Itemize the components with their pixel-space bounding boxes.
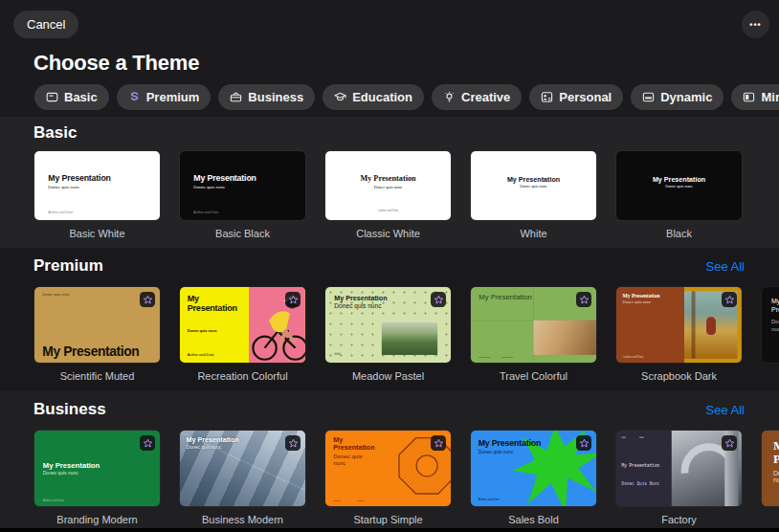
thumb-title: My Presentation: [616, 175, 742, 183]
portrait-card-icon: [541, 91, 553, 103]
premium-badge: [576, 435, 591, 451]
theme-thumbnail-business-modern[interactable]: My Presentation Donec quis nunc: [180, 431, 305, 506]
section-premium: Premium See All Donec quis nunc My Prese…: [0, 248, 779, 391]
filter-chip-label: Creative: [461, 90, 510, 104]
thumb-subtitle: Donec quis nunc: [623, 299, 684, 304]
thumb-title: My Presentation: [771, 297, 779, 315]
thumb-title: My Presentation: [471, 175, 596, 183]
theme-label: Scientific Muted: [34, 370, 160, 382]
theme-label: Classic White: [325, 228, 451, 239]
filter-chip-business[interactable]: Business: [218, 84, 315, 110]
theme-card-white: My Presentation Donec quis nunc White: [471, 151, 596, 239]
theme-card-branding-modern: My Presentation Donec quis nunc Author a…: [34, 431, 160, 525]
theme-thumbnail-recreation-colorful[interactable]: My Presentation Donec quis nunc Author a…: [180, 287, 305, 363]
premium-star-icon: [143, 295, 153, 305]
see-all-business-link[interactable]: See All: [706, 403, 745, 417]
tiny-text-mark: [501, 357, 513, 358]
thumb-title: My Presentation: [43, 461, 100, 470]
filter-chip-label: Business: [248, 90, 303, 104]
section-header: Basic: [0, 123, 779, 143]
filter-chip-dynamic[interactable]: Dynamic: [631, 84, 723, 110]
filter-chip-row: Basic Premium Business Education Creativ…: [34, 84, 779, 110]
graduation-cap-icon: [334, 91, 346, 103]
theme-card-partial: My Presentation Donec quis nunc: [762, 287, 779, 382]
premium-star-icon: [288, 295, 299, 305]
filter-chip-education[interactable]: Education: [323, 84, 424, 110]
thumb-subtitle: Donec quis nunc: [193, 185, 305, 189]
theme-thumbnail-factory[interactable]: My Presentation Donec Quis Nunc: [616, 431, 742, 506]
theme-thumbnail-meadow-pastel[interactable]: My Presentation Donec quis nunc: [325, 287, 451, 363]
theme-thumbnail-basic-white[interactable]: My Presentation Donec quis nunc Author a…: [34, 151, 160, 220]
thumb-subtitle: Donec quis nunc: [42, 293, 70, 297]
scrapbook-text-panel: My Presentation Donec quis nunc Author a…: [616, 287, 684, 363]
cancel-button[interactable]: Cancel: [13, 11, 78, 38]
theme-thumbnail-scientific-muted[interactable]: Donec quis nunc My Presentation: [34, 287, 160, 363]
theme-label: Scrapbook Dark: [616, 370, 742, 382]
top-bar: Cancel •••: [0, 0, 779, 38]
theme-thumbnail-branding-modern[interactable]: My Presentation Donec quis nunc Author a…: [34, 431, 160, 506]
theme-thumbnail-basic-black[interactable]: My Presentation Donec quis nunc Author a…: [180, 151, 305, 220]
theme-thumbnail-classic-white[interactable]: My Presentation Donec quis nunc Author a…: [325, 151, 451, 220]
theme-thumbnail-sales-bold[interactable]: My Presentation Donec quis nunc Author a…: [471, 431, 596, 506]
thumb-title: My Presentation: [333, 436, 383, 452]
theme-chooser-sheet: Cancel ••• Choose a Theme Basic Premium …: [0, 0, 779, 524]
section-title: Basic: [33, 123, 77, 143]
theme-card-business-modern: My Presentation Donec quis nunc Business…: [180, 431, 305, 525]
theme-thumbnail-scrapbook-dark[interactable]: My Presentation Donec quis nunc Author a…: [616, 287, 742, 363]
premium-badge: [431, 292, 446, 307]
filter-chip-basic[interactable]: Basic: [34, 84, 109, 110]
filter-chip-minimal[interactable]: Minimal: [731, 84, 779, 110]
meadow-photo: [382, 322, 437, 355]
theme-thumbnail-white[interactable]: My Presentation Donec quis nunc: [471, 151, 596, 220]
thumb-subtitle: Donec quis nunc: [479, 450, 514, 455]
thumb-subtitle: Donec quis nunc: [325, 185, 451, 189]
filter-chip-premium[interactable]: Premium: [117, 84, 211, 110]
theme-card-factory: My Presentation Donec Quis Nunc Factory: [616, 431, 742, 525]
basic-cards-row: My Presentation Donec quis nunc Author a…: [0, 151, 742, 239]
section-title: Premium: [33, 256, 103, 276]
factory-text-panel: My Presentation Donec Quis Nunc: [616, 431, 672, 506]
theme-thumbnail-partial[interactable]: My Presentation Donec quis nunc: [762, 431, 779, 506]
filter-chip-label: Basic: [64, 90, 98, 104]
theme-label: Black: [616, 228, 742, 239]
theme-label: Recreation Colorful: [180, 370, 305, 382]
thumb-subtitle: Donec quis nunc: [334, 302, 381, 310]
filter-chip-creative[interactable]: Creative: [432, 84, 522, 110]
premium-badge: [431, 435, 446, 451]
thumb-subtitle: Donec quis nunc: [771, 319, 779, 334]
theme-label: White: [471, 228, 596, 239]
premium-star-icon: [288, 438, 299, 449]
minimal-layout-icon: [743, 91, 755, 103]
filter-chip-label: Premium: [146, 90, 200, 104]
see-all-premium-link[interactable]: See All: [706, 259, 745, 274]
premium-star-icon: [434, 438, 444, 449]
theme-thumbnail-travel-colorful[interactable]: My Presentation: [471, 287, 596, 363]
premium-badge: [285, 292, 300, 307]
ellipsis-icon: •••: [749, 20, 761, 30]
thumb-title: My Presentation: [42, 343, 139, 360]
thumb-title: My Presentation: [334, 294, 387, 301]
premium-star-icon: [724, 438, 735, 449]
dynamic-layout-icon: [642, 91, 655, 103]
theme-thumbnail-startup-simple[interactable]: My Presentation Donec quis nunc: [325, 431, 451, 506]
theme-thumbnail-black[interactable]: My Presentation Donec quis nunc: [616, 151, 742, 220]
thumb-subtitle: Donec quis nunc: [333, 454, 374, 467]
filter-chip-personal[interactable]: Personal: [529, 84, 623, 110]
thumb-byline: Author and Date: [48, 211, 73, 214]
thumb-byline: Author and Date: [43, 499, 64, 501]
thumb-subtitle: Donec quis nunc: [616, 185, 742, 188]
filter-chip-label: Minimal: [761, 90, 779, 104]
theme-thumbnail-partial[interactable]: My Presentation Donec quis nunc: [762, 287, 779, 363]
thumb-title: My Presentation: [325, 174, 451, 183]
theme-card-black: My Presentation Donec quis nunc Black: [616, 151, 742, 239]
briefcase-icon: [230, 91, 242, 103]
theme-card-startup-simple: My Presentation Donec quis nunc: [325, 431, 451, 525]
thumb-byline: Author and Date: [193, 211, 218, 214]
section-basic: Basic My Presentation Donec quis nunc Au…: [0, 117, 779, 248]
theme-card-basic-black: My Presentation Donec quis nunc Author a…: [180, 151, 305, 239]
theme-card-sales-bold: My Presentation Donec quis nunc Author a…: [471, 431, 596, 525]
more-options-button[interactable]: •••: [742, 11, 769, 38]
premium-badge: [285, 435, 300, 451]
theme-card-scientific-muted: Donec quis nunc My Presentation Scientif…: [34, 287, 160, 382]
filter-chip-label: Education: [352, 90, 412, 104]
